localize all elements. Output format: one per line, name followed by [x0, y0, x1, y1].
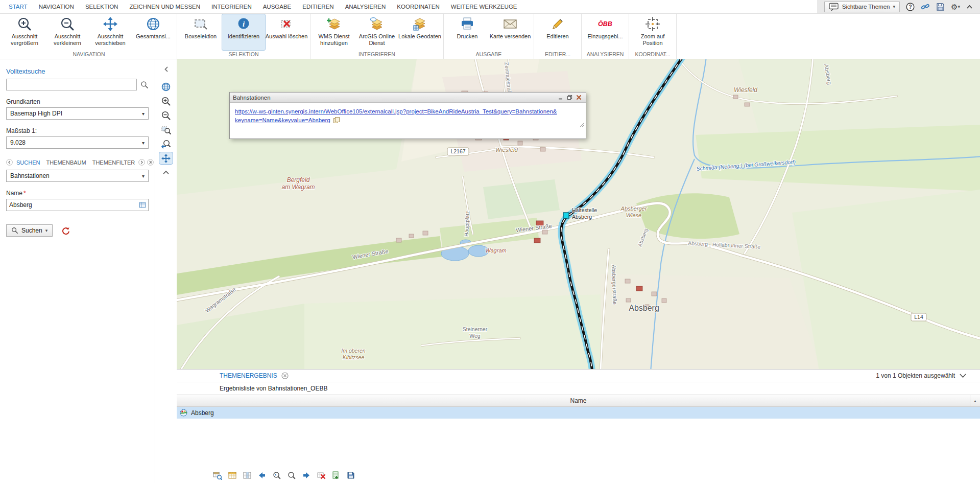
drucken-button[interactable]: Drucken	[446, 14, 489, 50]
ribbon-button-label: Boxselektion	[185, 33, 217, 40]
tab-suchen[interactable]: SUCHEN	[15, 159, 41, 166]
fulltext-search-input[interactable]	[6, 79, 137, 90]
link-icon[interactable]	[921, 2, 930, 12]
settings-gear-icon[interactable]: ⚙▾	[951, 2, 960, 12]
gesamtansi-button[interactable]: Gesamtansi...	[132, 14, 175, 50]
basemap-select[interactable]: Basemap High DPI ▾	[6, 107, 149, 120]
zoom-window-button[interactable]	[159, 124, 173, 135]
column-header-name[interactable]: Name	[570, 397, 586, 404]
zoom-out-small-button[interactable]	[159, 109, 173, 121]
export-results-icon	[331, 471, 341, 480]
menubar: STARTNAVIGATIONSELEKTIONZEICHNEN UND MES…	[0, 0, 980, 14]
menu-tab-zeichnen-und-messen[interactable]: ZEICHNEN UND MESSEN	[124, 0, 206, 13]
menu-tab-integrieren[interactable]: INTEGRIEREN	[206, 0, 257, 13]
menu-tab-ausgabe[interactable]: AUSGABE	[257, 0, 297, 13]
bahnstationen-dialog[interactable]: Bahnstationen https://w-ws-ginten.synerg…	[229, 92, 586, 139]
external-call-link[interactable]: https://w-ws-ginten.synergis.intern/WebO…	[235, 108, 557, 123]
next-result-button[interactable]	[301, 470, 312, 480]
save-results-button[interactable]	[346, 470, 356, 480]
full-extent-globe-button[interactable]	[159, 81, 173, 93]
boxselektion-button[interactable]: Boxselektion	[179, 14, 222, 50]
save-icon[interactable]	[936, 2, 945, 12]
zoom-in-small-button[interactable]	[159, 95, 173, 107]
map-label: Wiesfeld	[495, 147, 518, 153]
prev-result-button[interactable]	[257, 470, 267, 480]
previous-extent-button[interactable]	[159, 138, 173, 150]
map-toolbar	[159, 81, 173, 178]
search-button[interactable]: Suchen ▾	[6, 224, 53, 237]
dialog-titlebar[interactable]: Bahnstationen	[230, 93, 586, 103]
query-value: Bahnstationen	[10, 172, 50, 179]
auswahl-l-schen-button[interactable]: Auswahl löschen	[265, 14, 308, 50]
menu-tab-analysieren[interactable]: ANALYSIEREN	[340, 0, 392, 13]
zoom-to-result-icon	[213, 471, 222, 480]
einzugsgebi-button[interactable]: ÖBBEinzugsgebi...	[584, 14, 627, 50]
search-icon[interactable]	[140, 81, 149, 89]
menu-tab-navigation[interactable]: NAVIGATION	[33, 0, 80, 13]
ribbon-group-label: INTEGRIEREN	[313, 50, 441, 59]
identifizieren-button[interactable]: iIdentifizieren	[222, 14, 265, 50]
minimize-icon[interactable]	[556, 94, 564, 101]
map-canvas[interactable]: WiesfeldAbsbergZentralestraßeL2167Wiesfe…	[177, 59, 980, 369]
pan-arrows-icon	[103, 16, 118, 32]
menu-tab-start[interactable]: START	[3, 0, 33, 13]
search-button-label: Suchen	[21, 227, 42, 234]
result-list-title: Ergebnisliste von Bahnstationen_OEBB	[177, 382, 980, 395]
editieren-button[interactable]: Editieren	[536, 14, 579, 50]
name-input[interactable]	[7, 199, 139, 211]
ausschnitt-verkleinern-button[interactable]: Ausschnitt verkleinern	[46, 14, 89, 50]
dialog-resize-handle[interactable]	[580, 121, 585, 130]
zoom-to-result-button[interactable]	[212, 470, 223, 480]
ribbon-button-label: Ausschnitt vergrößern	[3, 33, 46, 47]
clear-results-button[interactable]	[316, 470, 326, 480]
copy-icon[interactable]	[333, 117, 341, 124]
close-icon[interactable]	[575, 94, 583, 101]
menu-tab-koordinaten[interactable]: KOORDINATEN	[391, 0, 445, 13]
tabs-scroll-left-button[interactable]	[6, 159, 13, 166]
arcgis-online-dienst-button[interactable]: ArcGIS Online Dienst	[355, 14, 398, 50]
menu-tab-editieren[interactable]: EDITIEREN	[297, 0, 339, 13]
sidebar: Volltextsuche Grundkarten Basemap High D…	[0, 59, 155, 483]
value-picker-icon[interactable]	[139, 201, 146, 209]
query-select[interactable]: Bahnstationen ▾	[6, 170, 149, 182]
pan-tool-button[interactable]	[159, 152, 173, 164]
menu-tab-weitere-werkzeuge[interactable]: WEITERE WERKZEUGE	[445, 0, 523, 13]
toolbar-collapse-icon	[162, 170, 170, 175]
sort-asc-icon[interactable]: ▲	[970, 395, 980, 406]
restore-icon[interactable]	[565, 94, 573, 101]
ausschnitt-vergr-ern-button[interactable]: Ausschnitt vergrößern	[3, 14, 46, 50]
zoom-prev-result-button[interactable]	[272, 470, 282, 480]
lokale-geodaten-button[interactable]: Lokale Geodaten	[398, 14, 441, 50]
panel-collapse-icon[interactable]	[959, 373, 967, 378]
toolbar-collapse-button[interactable]	[159, 167, 173, 178]
tabs-scroll-end-button[interactable]	[147, 159, 154, 166]
zoom-in-circle-icon	[17, 16, 32, 32]
chevron-down-icon: ▾	[142, 140, 145, 146]
sidebar-collapse-button[interactable]	[164, 65, 169, 75]
tabs-scroll-right-button[interactable]	[138, 159, 145, 166]
tab-themenbaum[interactable]: THEMENBAUM	[44, 159, 87, 166]
tab-themenfilter[interactable]: THEMENFILTER	[91, 159, 137, 166]
tab-themenergebnis[interactable]: THEMENERGEBNIS	[220, 372, 277, 379]
attribute-table-button[interactable]	[227, 470, 237, 480]
collapse-ribbon-icon[interactable]	[966, 2, 973, 12]
ribbon-group-ausgabe: DruckenKarte versendenAUSGABE	[444, 14, 534, 59]
karte-versenden-button[interactable]: Karte versenden	[489, 14, 532, 50]
wms-dienst-hinzuf-gen-button[interactable]: WMS Dienst hinzufügen	[313, 14, 355, 50]
visible-themes-button[interactable]: Sichtbare Themen ▾	[824, 2, 900, 12]
table-columns-button[interactable]	[242, 470, 252, 480]
scale-select[interactable]: 9.028 ▾	[6, 136, 149, 149]
reset-icon[interactable]	[61, 227, 70, 235]
result-row-absberg[interactable]: Absberg	[177, 407, 980, 419]
export-results-button[interactable]	[331, 470, 341, 480]
results-table: Name ▲ Absberg	[177, 395, 980, 468]
svg-text:ÖBB: ÖBB	[598, 20, 612, 28]
menu-tab-selektion[interactable]: SELEKTION	[80, 0, 124, 13]
selected-station-marker[interactable]	[563, 213, 569, 218]
help-icon[interactable]: ?	[906, 2, 915, 12]
close-result-tab-icon[interactable]	[281, 372, 289, 379]
zoom-result-button[interactable]	[286, 470, 297, 480]
zoom-auf-position-button[interactable]: Zoom auf Position	[631, 14, 674, 50]
external-call-link-line1: https://w-ws-ginten.synergis.intern/WebO…	[235, 108, 557, 114]
ausschnitt-verschieben-button[interactable]: Ausschnitt verschieben	[89, 14, 132, 50]
